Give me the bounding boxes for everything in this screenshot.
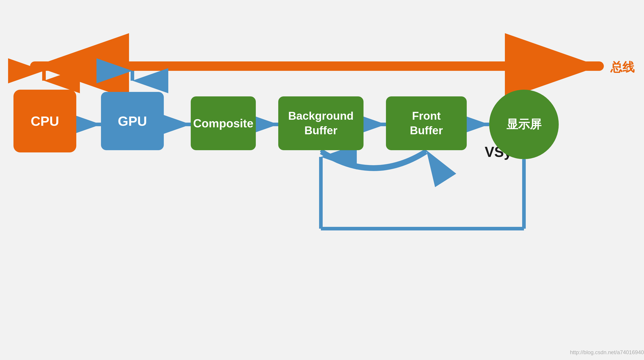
background-buffer-box: BackgroundBuffer [278,96,364,150]
diagram-svg: 总线 VSync [0,0,644,360]
watermark: http://blog.csdn.net/a740169405 [570,349,644,355]
background-buffer-label: BackgroundBuffer [288,109,354,138]
composite-box: Composite [191,96,256,150]
front-buffer-box: FrontBuffer [386,96,467,150]
gpu-box: GPU [101,92,164,150]
buffer-swap-arrow-1 [321,150,426,167]
buffer-swap-arrow-2 [321,152,426,169]
front-buffer-label: FrontBuffer [410,109,443,138]
cpu-box: CPU [14,90,76,152]
canvas: 总线 VSync [0,0,644,360]
cpu-label: CPU [31,113,59,129]
composite-label: Composite [193,117,254,130]
display-circle: 显示屏 [489,90,559,159]
gpu-label: GPU [118,113,147,129]
display-label: 显示屏 [506,117,542,132]
bus-label: 总线 [610,60,635,74]
